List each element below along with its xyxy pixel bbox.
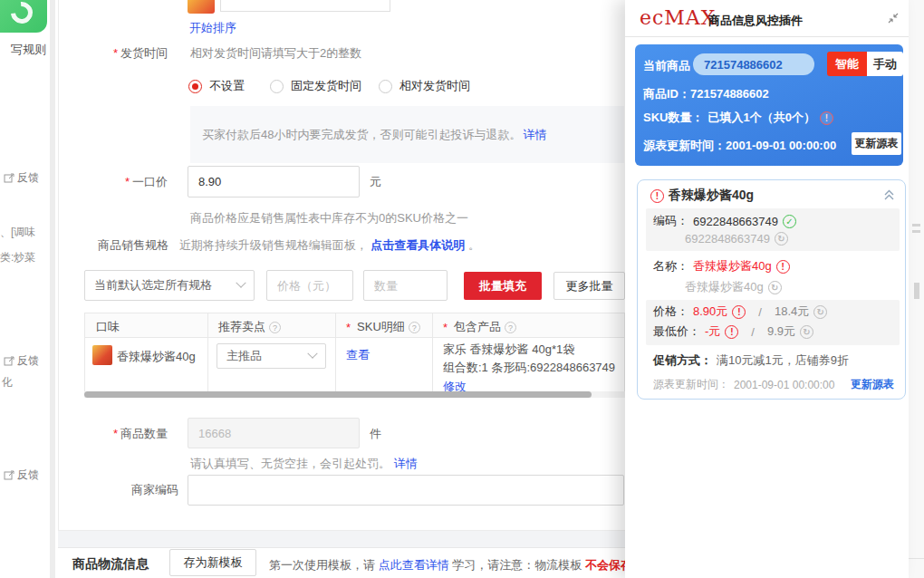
code-source-value: 6922848663749 xyxy=(685,232,770,246)
min-price-value: -元 xyxy=(705,323,720,340)
sku-table: 口味 推荐卖点 SKU明细 包含产品 香辣爆炒酱40g 主推品 查看 家乐 香辣… xyxy=(84,313,625,392)
radio-dot xyxy=(270,80,284,93)
code-row: 编码： 6922848663749 xyxy=(653,213,796,229)
rail-fragment-category: 类:炒菜 xyxy=(0,250,35,265)
product-id-row: 商品ID：721574886602 xyxy=(643,86,769,102)
product-thumbnail xyxy=(188,0,215,14)
risk-card-header: 香辣爆炒酱40g xyxy=(650,188,754,204)
spec-suffix: 。 xyxy=(468,238,480,252)
sku-view-link[interactable]: 查看 xyxy=(346,347,370,363)
radio-relative-time[interactable]: 相对发货时间 xyxy=(379,78,470,94)
product-id-value: 721574886602 xyxy=(690,87,769,101)
source-update-row: 源表更新时间：2001-09-01 00:00:00 xyxy=(643,138,836,154)
merchant-code-label: 商家编码 xyxy=(65,482,178,498)
batch-fill-button[interactable]: 批量填充 xyxy=(464,272,542,300)
update-source-button[interactable]: 更新源表 xyxy=(852,132,901,155)
smart-mode-button[interactable]: 智能 xyxy=(827,52,867,76)
price-value: 8.90元 xyxy=(693,303,727,320)
batch-qty-input[interactable] xyxy=(363,270,448,301)
risk-product-title: 香辣爆炒酱40g xyxy=(669,188,754,204)
quantity-input[interactable] xyxy=(188,418,360,448)
sync-icon[interactable] xyxy=(813,305,827,319)
help-icon[interactable] xyxy=(269,322,281,333)
price-hint: 商品价格应是销售属性表中库存不为0的SKU价格之一 xyxy=(190,210,468,226)
name-value: 香辣爆炒酱40g xyxy=(693,258,772,275)
quantity-unit: 件 xyxy=(370,426,381,442)
feedback-icon xyxy=(4,470,14,481)
sync-icon[interactable] xyxy=(768,281,782,294)
chevron-down-icon xyxy=(307,349,317,359)
rail-rule-text: 写规则 xyxy=(11,42,46,58)
col-sku-detail: SKU明细 xyxy=(346,319,420,335)
price-unit: 元 xyxy=(370,174,381,190)
shipping-notice: 买家付款后48小时内要完成发货，否则可能引起投诉与退款。 详情 xyxy=(190,106,624,163)
code-source-row: 6922848663749 xyxy=(685,232,788,246)
card-update-link[interactable]: 更新源表 xyxy=(851,377,894,392)
radio-dot xyxy=(379,80,392,93)
sku-row-thumbnail xyxy=(92,345,112,365)
sku-count-row: SKU数量：已填入1个（共0个） xyxy=(643,110,833,126)
feedback-icon xyxy=(4,173,14,184)
sync-icon[interactable] xyxy=(775,232,788,246)
feedback-link[interactable]: 反馈 xyxy=(4,467,39,483)
promo-value: 满10元减1元，店铺券9折 xyxy=(717,352,849,369)
ecmax-panel: ecMAX 商品信息风控插件 当前商品： 智能 手动 商品ID：72157488… xyxy=(625,0,909,578)
code-value: 6922848663749 xyxy=(693,215,778,228)
selling-point-select[interactable]: 主推品 xyxy=(217,343,326,369)
rail-fragment-seasoning: 、[调味 xyxy=(0,225,35,240)
shipping-time-label: 发货时间 xyxy=(54,45,168,62)
card-update-time: 源表更新时间：2001-09-01 00:00:00 xyxy=(653,377,834,392)
col-included-product: 包含产品 xyxy=(443,319,516,335)
notice-detail-link[interactable]: 详情 xyxy=(523,127,546,143)
spec-scope-select[interactable]: 当前默认选定所有规格 xyxy=(84,270,255,301)
current-product-card: 当前商品： 智能 手动 商品ID：721574886602 SKU数量：已填入1… xyxy=(635,44,903,166)
quantity-detail-link[interactable]: 详情 xyxy=(394,457,418,470)
name-source-row: 香辣爆炒酱40g xyxy=(685,279,782,295)
price-input[interactable] xyxy=(188,166,360,197)
merchant-code-input[interactable] xyxy=(188,475,624,506)
logistics-detail-link[interactable]: 点此查看详情 xyxy=(379,558,449,572)
batch-price-input[interactable] xyxy=(266,270,353,301)
warning-icon xyxy=(650,189,664,203)
min-price-row: 最低价： -元 / 9.9元 xyxy=(653,323,813,340)
more-batch-button[interactable]: 更多批量 xyxy=(553,272,625,300)
hscrollbar-thumb[interactable] xyxy=(84,391,592,398)
ecmax-logo: ecMAX xyxy=(640,6,716,29)
product-title-input[interactable] xyxy=(220,0,390,12)
warning-icon xyxy=(732,305,746,319)
radio-not-set[interactable]: 不设置 xyxy=(188,78,245,94)
feedback-link[interactable]: 反馈 xyxy=(4,353,39,369)
page-right-margin xyxy=(909,0,924,578)
table-hscrollbar[interactable] xyxy=(84,391,625,398)
save-template-button[interactable]: 存为新模板 xyxy=(169,549,256,576)
name-row: 名称： 香辣爆炒酱40g xyxy=(653,258,790,275)
collapse-chevrons-icon[interactable] xyxy=(882,188,896,201)
buy-now-price-label: 一口价 xyxy=(54,174,168,190)
current-product-input[interactable] xyxy=(693,53,814,75)
min-price-source-value: 9.9元 xyxy=(767,323,795,340)
source-update-value: 2001-09-01 00:00:00 xyxy=(726,139,836,152)
radio-fixed-time[interactable]: 固定发货时间 xyxy=(270,78,361,94)
start-sort-link[interactable]: 开始排序 xyxy=(189,20,236,36)
help-icon[interactable] xyxy=(505,322,516,333)
shipping-time-hint: 相对发货时间请填写大于2的整数 xyxy=(190,45,361,62)
screen: 写规则 反馈 、[调味 类:炒菜 反馈 化 反馈 开始排序 发货时间 相对发货时… xyxy=(0,0,924,578)
spec-desc: 近期将持续升级销售规格编辑面板， xyxy=(179,238,368,252)
feedback-link[interactable]: 反馈 xyxy=(4,170,39,186)
sku-count-value: 已填入1个（共0个） xyxy=(707,110,814,126)
collapse-icon[interactable] xyxy=(887,12,900,24)
radio-dot xyxy=(188,80,202,93)
app-logo-icon xyxy=(0,0,47,33)
quantity-hint: 请认真填写、无货空挂，会引起处罚。 详情 xyxy=(190,456,418,472)
help-icon[interactable] xyxy=(409,322,420,333)
risk-product-card: 香辣爆炒酱40g 编码： 6922848663749 6922848663749… xyxy=(637,179,906,400)
page-scrollbar[interactable] xyxy=(50,0,55,578)
spec-detail-link[interactable]: 点击查看具体说明 xyxy=(371,238,465,252)
sync-icon[interactable] xyxy=(800,325,813,339)
col-selling-point: 推荐卖点 xyxy=(218,319,281,335)
panel-header: ecMAX 商品信息风控插件 xyxy=(625,0,909,37)
price-row: 价格： 8.90元 / 18.4元 xyxy=(653,303,827,320)
manual-mode-button[interactable]: 手动 xyxy=(867,52,903,76)
chevron-down-icon xyxy=(236,278,245,288)
spec-scope-value: 当前默认选定所有规格 xyxy=(94,277,237,294)
